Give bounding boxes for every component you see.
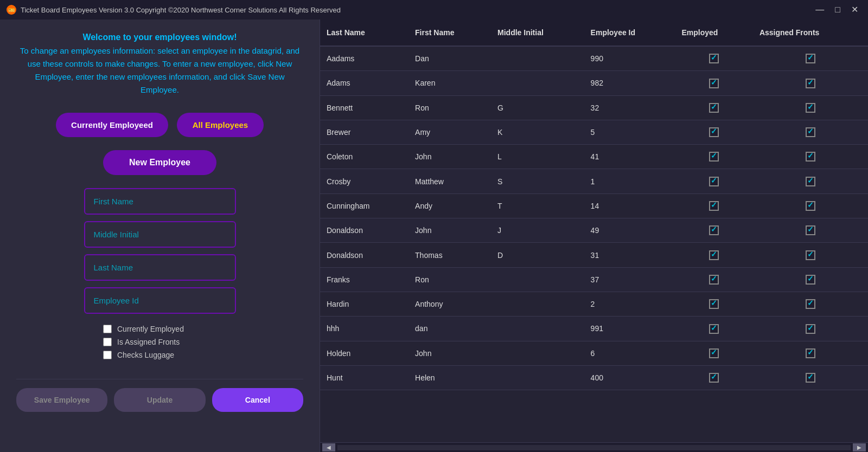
cell-assigned-fronts: [753, 267, 868, 292]
cell-middle-initial: [491, 365, 584, 390]
cell-assigned-fronts: [753, 243, 868, 267]
currently-employed-filter-button[interactable]: Currently Employeed: [56, 113, 168, 137]
cell-employee-id: 990: [584, 46, 675, 71]
table-row[interactable]: DonaldsonThomasD31: [320, 243, 868, 267]
employee-grid[interactable]: Last Name First Name Middle Initial Empl…: [320, 20, 868, 442]
check-icon: [806, 152, 815, 162]
check-icon: [709, 177, 719, 186]
cell-first-name: dan: [409, 317, 491, 341]
table-row[interactable]: hhhdan991: [320, 317, 868, 341]
update-button[interactable]: Update: [114, 388, 205, 412]
check-icon: [709, 79, 719, 88]
check-icon: [709, 275, 719, 285]
cell-last-name: Hardin: [320, 292, 409, 316]
employee-table: Last Name First Name Middle Initial Empl…: [320, 20, 868, 390]
scroll-left-button[interactable]: ◀: [322, 443, 335, 451]
middle-initial-input[interactable]: [84, 221, 236, 248]
table-row[interactable]: BrewerAmyK5: [320, 120, 868, 144]
cell-employee-id: 14: [584, 193, 675, 218]
cell-employed: [675, 365, 753, 390]
cell-assigned-fronts: [753, 95, 868, 120]
cell-middle-initial: T: [491, 193, 584, 218]
new-employee-button[interactable]: New Employee: [103, 150, 216, 175]
cell-last-name: Aadams: [320, 46, 409, 71]
is-assigned-fronts-checkbox[interactable]: [103, 338, 112, 346]
checks-luggage-checkbox[interactable]: [103, 351, 112, 359]
employee-id-input[interactable]: [84, 287, 236, 314]
cell-assigned-fronts: [753, 218, 868, 243]
cell-employed: [675, 193, 753, 218]
table-row[interactable]: AdamsKaren982: [320, 71, 868, 95]
currently-employed-checkbox-label[interactable]: Currently Employed: [103, 325, 184, 333]
table-row[interactable]: FranksRon37: [320, 267, 868, 292]
cell-first-name: Karen: [409, 71, 491, 95]
cell-first-name: Matthew: [409, 169, 491, 193]
cell-assigned-fronts: [753, 120, 868, 144]
welcome-body: To change an employees information: sele…: [16, 44, 303, 96]
cell-employed: [675, 169, 753, 193]
minimize-button[interactable]: —: [812, 5, 827, 14]
all-employees-filter-button[interactable]: All Employees: [177, 113, 264, 137]
currently-employed-label: Currently Employed: [117, 325, 184, 333]
close-button[interactable]: ✕: [848, 5, 861, 14]
cell-first-name: Andy: [409, 193, 491, 218]
check-icon: [806, 225, 815, 235]
currently-employed-checkbox[interactable]: [103, 325, 112, 333]
check-icon: [806, 177, 815, 186]
checks-luggage-label: Checks Luggage: [117, 351, 174, 359]
check-icon: [709, 324, 719, 334]
table-row[interactable]: HardinAnthony2: [320, 292, 868, 316]
table-row[interactable]: CrosbyMatthewS1: [320, 169, 868, 193]
checkboxes: Currently Employed Is Assigned Fronts Ch…: [103, 325, 184, 359]
cell-last-name: Adams: [320, 71, 409, 95]
cell-last-name: Donaldson: [320, 218, 409, 243]
table-row[interactable]: CunninghamAndyT14: [320, 193, 868, 218]
titlebar-title: Ticket Board Employees Version 3.0 Copyr…: [21, 6, 341, 14]
cell-employee-id: 2: [584, 292, 675, 316]
cell-first-name: Anthony: [409, 292, 491, 316]
check-icon: [709, 299, 719, 309]
last-name-input[interactable]: [84, 254, 236, 281]
cell-employee-id: 991: [584, 317, 675, 341]
horizontal-scrollbar[interactable]: ◀ ▶: [320, 442, 868, 452]
table-row[interactable]: HoldenJohn6: [320, 341, 868, 365]
cell-middle-initial: [491, 71, 584, 95]
check-icon: [709, 225, 719, 235]
titlebar-left: 🎫 Ticket Board Employees Version 3.0 Cop…: [7, 5, 341, 15]
cell-first-name: John: [409, 145, 491, 169]
check-icon: [709, 103, 719, 113]
cell-employee-id: 31: [584, 243, 675, 267]
checks-luggage-checkbox-label[interactable]: Checks Luggage: [103, 351, 184, 359]
first-name-input[interactable]: [84, 188, 236, 215]
cancel-button[interactable]: Cancel: [212, 388, 303, 412]
cell-last-name: hhh: [320, 317, 409, 341]
table-row[interactable]: BennettRonG32: [320, 95, 868, 120]
table-header: Last Name First Name Middle Initial Empl…: [320, 20, 868, 46]
cell-middle-initial: [491, 292, 584, 316]
is-assigned-fronts-checkbox-label[interactable]: Is Assigned Fronts: [103, 338, 184, 346]
cell-first-name: Helen: [409, 365, 491, 390]
table-row[interactable]: DonaldsonJohnJ49: [320, 218, 868, 243]
cell-assigned-fronts: [753, 341, 868, 365]
check-icon: [709, 54, 719, 63]
table-body: AadamsDan990AdamsKaren982BennettRonG32Br…: [320, 46, 868, 390]
cell-assigned-fronts: [753, 317, 868, 341]
form-fields: [84, 188, 236, 314]
cell-employee-id: 5: [584, 120, 675, 144]
save-employee-button[interactable]: Save Employee: [16, 388, 107, 412]
titlebar: 🎫 Ticket Board Employees Version 3.0 Cop…: [0, 0, 868, 20]
scroll-right-button[interactable]: ▶: [853, 443, 866, 451]
left-panel: Welcome to your employees window! To cha…: [0, 20, 320, 452]
cell-employee-id: 32: [584, 95, 675, 120]
action-buttons: Save Employee Update Cancel: [16, 379, 303, 412]
table-row[interactable]: AadamsDan990: [320, 46, 868, 71]
table-row[interactable]: ColetonJohnL41: [320, 145, 868, 169]
maximize-button[interactable]: □: [832, 5, 844, 14]
app-icon: 🎫: [7, 5, 16, 15]
cell-assigned-fronts: [753, 292, 868, 316]
table-row[interactable]: HuntHelen400: [320, 365, 868, 390]
cell-last-name: Bennett: [320, 95, 409, 120]
col-assigned-fronts: Assigned Fronts: [753, 20, 868, 46]
cell-employee-id: 400: [584, 365, 675, 390]
cell-employed: [675, 218, 753, 243]
